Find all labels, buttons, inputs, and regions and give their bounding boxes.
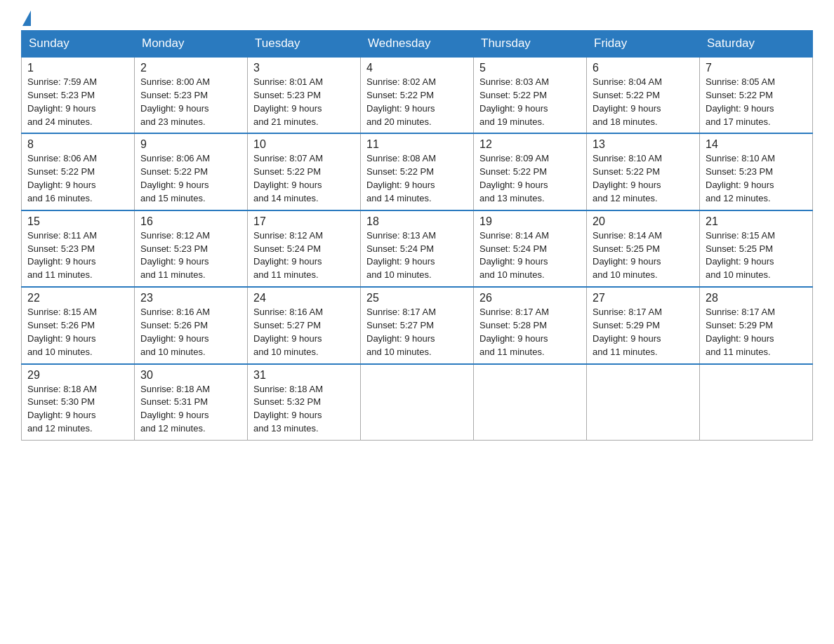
calendar-day-cell <box>587 364 700 441</box>
day-number: 21 <box>706 215 807 228</box>
day-info: Sunrise: 8:18 AM Sunset: 5:31 PM Dayligh… <box>140 383 241 436</box>
calendar-header-row: SundayMondayTuesdayWednesdayThursdayFrid… <box>22 31 813 58</box>
calendar-day-cell: 19 Sunrise: 8:14 AM Sunset: 5:24 PM Dayl… <box>474 210 587 287</box>
day-info: Sunrise: 8:12 AM Sunset: 5:23 PM Dayligh… <box>140 229 241 282</box>
day-number: 20 <box>593 215 694 228</box>
calendar-day-cell: 17 Sunrise: 8:12 AM Sunset: 5:24 PM Dayl… <box>248 210 361 287</box>
day-info: Sunrise: 8:02 AM Sunset: 5:22 PM Dayligh… <box>366 76 468 128</box>
calendar-day-cell: 31 Sunrise: 8:18 AM Sunset: 5:32 PM Dayl… <box>248 364 361 441</box>
calendar-day-cell: 5 Sunrise: 8:03 AM Sunset: 5:22 PM Dayli… <box>474 57 587 133</box>
calendar-week-row: 29 Sunrise: 8:18 AM Sunset: 5:30 PM Dayl… <box>22 364 813 441</box>
day-number: 5 <box>479 62 581 74</box>
day-of-week-header: Sunday <box>22 31 135 58</box>
day-number: 22 <box>27 292 128 304</box>
day-number: 17 <box>253 215 355 228</box>
calendar-day-cell: 25 Sunrise: 8:17 AM Sunset: 5:27 PM Dayl… <box>361 287 474 363</box>
day-info: Sunrise: 8:04 AM Sunset: 5:22 PM Dayligh… <box>593 76 694 128</box>
day-number: 12 <box>479 138 581 151</box>
day-info: Sunrise: 8:00 AM Sunset: 5:23 PM Dayligh… <box>140 76 241 128</box>
calendar-table: SundayMondayTuesdayWednesdayThursdayFrid… <box>21 30 813 441</box>
day-number: 9 <box>140 138 241 151</box>
day-info: Sunrise: 8:15 AM Sunset: 5:26 PM Dayligh… <box>27 306 128 358</box>
calendar-day-cell: 29 Sunrise: 8:18 AM Sunset: 5:30 PM Dayl… <box>22 364 135 441</box>
calendar-day-cell <box>474 364 587 441</box>
day-number: 18 <box>366 215 468 228</box>
day-info: Sunrise: 8:18 AM Sunset: 5:32 PM Dayligh… <box>253 383 355 436</box>
day-info: Sunrise: 8:17 AM Sunset: 5:27 PM Dayligh… <box>366 306 468 358</box>
day-info: Sunrise: 8:18 AM Sunset: 5:30 PM Dayligh… <box>27 383 128 436</box>
calendar-day-cell: 1 Sunrise: 7:59 AM Sunset: 5:23 PM Dayli… <box>22 57 135 133</box>
page-header <box>21 14 813 23</box>
day-info: Sunrise: 8:09 AM Sunset: 5:22 PM Dayligh… <box>479 152 581 205</box>
day-of-week-header: Monday <box>135 31 248 58</box>
calendar-day-cell: 20 Sunrise: 8:14 AM Sunset: 5:25 PM Dayl… <box>587 210 700 287</box>
day-info: Sunrise: 8:10 AM Sunset: 5:22 PM Dayligh… <box>593 152 694 205</box>
calendar-day-cell: 11 Sunrise: 8:08 AM Sunset: 5:22 PM Dayl… <box>361 133 474 210</box>
calendar-day-cell: 14 Sunrise: 8:10 AM Sunset: 5:23 PM Dayl… <box>700 133 813 210</box>
day-info: Sunrise: 8:11 AM Sunset: 5:23 PM Dayligh… <box>27 229 128 282</box>
day-info: Sunrise: 8:07 AM Sunset: 5:22 PM Dayligh… <box>253 152 355 205</box>
day-info: Sunrise: 8:13 AM Sunset: 5:24 PM Dayligh… <box>366 229 468 282</box>
calendar-week-row: 1 Sunrise: 7:59 AM Sunset: 5:23 PM Dayli… <box>22 57 813 133</box>
calendar-day-cell: 6 Sunrise: 8:04 AM Sunset: 5:22 PM Dayli… <box>587 57 700 133</box>
day-number: 1 <box>27 62 128 74</box>
day-info: Sunrise: 8:17 AM Sunset: 5:29 PM Dayligh… <box>706 306 807 358</box>
day-number: 27 <box>593 292 694 304</box>
day-number: 31 <box>253 369 355 382</box>
day-info: Sunrise: 8:17 AM Sunset: 5:29 PM Dayligh… <box>593 306 694 358</box>
day-number: 11 <box>366 138 468 151</box>
day-number: 15 <box>27 215 128 228</box>
calendar-day-cell: 8 Sunrise: 8:06 AM Sunset: 5:22 PM Dayli… <box>22 133 135 210</box>
calendar-day-cell <box>700 364 813 441</box>
day-number: 4 <box>366 62 468 74</box>
day-info: Sunrise: 8:17 AM Sunset: 5:28 PM Dayligh… <box>479 306 581 358</box>
day-info: Sunrise: 8:16 AM Sunset: 5:26 PM Dayligh… <box>140 306 241 358</box>
day-info: Sunrise: 8:14 AM Sunset: 5:25 PM Dayligh… <box>593 229 694 282</box>
day-info: Sunrise: 8:05 AM Sunset: 5:22 PM Dayligh… <box>706 76 807 128</box>
calendar-day-cell: 7 Sunrise: 8:05 AM Sunset: 5:22 PM Dayli… <box>700 57 813 133</box>
day-info: Sunrise: 8:01 AM Sunset: 5:23 PM Dayligh… <box>253 76 355 128</box>
calendar-day-cell: 10 Sunrise: 8:07 AM Sunset: 5:22 PM Dayl… <box>248 133 361 210</box>
day-info: Sunrise: 8:12 AM Sunset: 5:24 PM Dayligh… <box>253 229 355 282</box>
calendar-week-row: 22 Sunrise: 8:15 AM Sunset: 5:26 PM Dayl… <box>22 287 813 363</box>
day-number: 24 <box>253 292 355 304</box>
calendar-day-cell <box>361 364 474 441</box>
day-of-week-header: Tuesday <box>248 31 361 58</box>
day-of-week-header: Saturday <box>700 31 813 58</box>
day-info: Sunrise: 8:08 AM Sunset: 5:22 PM Dayligh… <box>366 152 468 205</box>
day-number: 6 <box>593 62 694 74</box>
day-info: Sunrise: 8:03 AM Sunset: 5:22 PM Dayligh… <box>479 76 581 128</box>
calendar-day-cell: 15 Sunrise: 8:11 AM Sunset: 5:23 PM Dayl… <box>22 210 135 287</box>
calendar-day-cell: 23 Sunrise: 8:16 AM Sunset: 5:26 PM Dayl… <box>135 287 248 363</box>
day-number: 30 <box>140 369 241 382</box>
day-number: 23 <box>140 292 241 304</box>
day-info: Sunrise: 8:06 AM Sunset: 5:22 PM Dayligh… <box>27 152 128 205</box>
day-number: 13 <box>593 138 694 151</box>
calendar-day-cell: 16 Sunrise: 8:12 AM Sunset: 5:23 PM Dayl… <box>135 210 248 287</box>
calendar-day-cell: 22 Sunrise: 8:15 AM Sunset: 5:26 PM Dayl… <box>22 287 135 363</box>
calendar-day-cell: 18 Sunrise: 8:13 AM Sunset: 5:24 PM Dayl… <box>361 210 474 287</box>
day-number: 16 <box>140 215 241 228</box>
day-number: 28 <box>706 292 807 304</box>
calendar-week-row: 15 Sunrise: 8:11 AM Sunset: 5:23 PM Dayl… <box>22 210 813 287</box>
day-of-week-header: Friday <box>587 31 700 58</box>
calendar-day-cell: 4 Sunrise: 8:02 AM Sunset: 5:22 PM Dayli… <box>361 57 474 133</box>
calendar-day-cell: 28 Sunrise: 8:17 AM Sunset: 5:29 PM Dayl… <box>700 287 813 363</box>
logo-triangle-icon <box>22 11 31 26</box>
day-of-week-header: Thursday <box>474 31 587 58</box>
calendar-day-cell: 2 Sunrise: 8:00 AM Sunset: 5:23 PM Dayli… <box>135 57 248 133</box>
day-info: Sunrise: 7:59 AM Sunset: 5:23 PM Dayligh… <box>27 76 128 128</box>
calendar-day-cell: 24 Sunrise: 8:16 AM Sunset: 5:27 PM Dayl… <box>248 287 361 363</box>
calendar-day-cell: 13 Sunrise: 8:10 AM Sunset: 5:22 PM Dayl… <box>587 133 700 210</box>
calendar-day-cell: 21 Sunrise: 8:15 AM Sunset: 5:25 PM Dayl… <box>700 210 813 287</box>
calendar-day-cell: 26 Sunrise: 8:17 AM Sunset: 5:28 PM Dayl… <box>474 287 587 363</box>
day-number: 25 <box>366 292 468 304</box>
day-of-week-header: Wednesday <box>361 31 474 58</box>
day-info: Sunrise: 8:14 AM Sunset: 5:24 PM Dayligh… <box>479 229 581 282</box>
day-number: 10 <box>253 138 355 151</box>
logo <box>21 14 31 23</box>
day-number: 26 <box>479 292 581 304</box>
calendar-day-cell: 27 Sunrise: 8:17 AM Sunset: 5:29 PM Dayl… <box>587 287 700 363</box>
day-info: Sunrise: 8:16 AM Sunset: 5:27 PM Dayligh… <box>253 306 355 358</box>
calendar-day-cell: 30 Sunrise: 8:18 AM Sunset: 5:31 PM Dayl… <box>135 364 248 441</box>
